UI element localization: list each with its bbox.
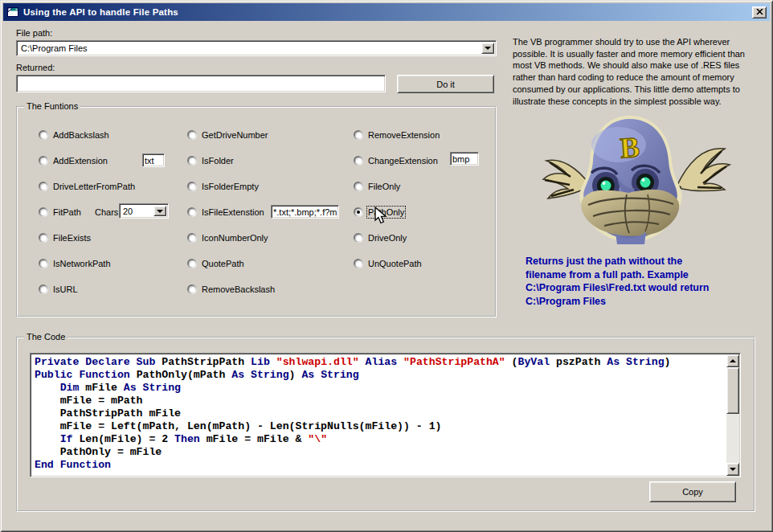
vb-form-icon [6,6,19,18]
radio-pathonly[interactable] [354,207,363,217]
function-option-iconnumberonly[interactable]: IconNumberOnly [187,225,344,251]
function-option-quotepath[interactable]: QuotePath [187,251,344,276]
radio-fileexists[interactable] [39,233,48,243]
function-option-addbackslash[interactable]: AddBackslash [39,122,195,148]
radio-getdrivenumber[interactable] [187,130,197,140]
radio-label: AddBackslash [53,130,109,140]
scrollbar-thumb[interactable] [726,367,739,414]
function-option-fileexists[interactable]: FileExists [39,225,195,251]
function-option-isfileextenstion[interactable]: IsFileExtenstion [187,199,344,225]
radio-isnetworkpath[interactable] [39,259,48,268]
scroll-down-button[interactable] [726,463,739,476]
returned-label: Returned: [16,63,55,72]
function-option-addextension[interactable]: AddExtension [39,148,195,174]
radio-unquotepath[interactable] [354,259,363,268]
radio-driveonly[interactable] [354,233,363,243]
radio-isfileextenstion[interactable] [187,207,197,217]
radio-label: FitPath [53,207,81,217]
file-path-dropdown-button[interactable] [481,43,494,54]
function-option-driveletterfrompath[interactable]: DriveLetterFromPath [39,174,195,199]
close-button[interactable] [752,6,767,18]
code-groupbox: The Code Private Declare Sub PathStripPa… [16,337,755,512]
radio-changeextension[interactable] [354,156,363,166]
radio-label: IsNetworkPath [53,259,111,268]
radio-fileonly[interactable] [354,182,363,191]
radio-isurl[interactable] [39,284,48,294]
functions-column-1: AddBackslashAddExtensionDriveLetterFromP… [39,122,195,302]
radio-label: ChangeExtension [368,156,438,166]
function-option-isurl[interactable]: IsURL [39,276,195,302]
scroll-up-button[interactable] [726,354,739,367]
radio-label: QuotePath [202,259,244,268]
window-title: Using the API to handle File Paths [23,7,752,17]
radio-removebackslash[interactable] [187,284,197,294]
chevron-down-icon [485,47,491,53]
mouse-cursor-icon [374,207,390,224]
radio-iconnumberonly[interactable] [187,233,197,243]
badge-letter: B [620,131,641,165]
radio-label: IconNumberOnly [202,233,268,243]
app-window: Using the API to handle File Paths File … [0,0,773,532]
scroll-down-icon [730,468,736,474]
radio-fitpath[interactable] [39,207,48,217]
code-line: PathStripPath mFile [35,407,722,420]
function-option-getdrivenumber[interactable]: GetDriveNumber [187,122,344,148]
radio-label: IsURL [53,284,78,294]
functions-column-3: RemoveExtensionChangeExtensionFileOnlyPa… [354,122,510,276]
radio-label: RemoveBackslash [202,284,275,294]
code-group-title: The Code [24,332,67,342]
do-it-button[interactable]: Do it [397,75,494,93]
functions-group-title: The Funtions [24,101,80,111]
radio-quotepath[interactable] [187,259,197,268]
radio-label: DriveLetterFromPath [53,182,135,191]
file-path-combobox[interactable]: C:\Program Files [16,40,497,56]
chars-dropdown-button[interactable] [153,206,166,216]
addextension-input[interactable] [142,153,165,167]
radio-label: GetDriveNumber [202,130,268,140]
code-line: If Len(mFile) = 2 Then mFile = mFile & "… [35,433,722,446]
radio-isfolderempty[interactable] [187,182,197,191]
code-line: mFile = mPath [35,395,722,407]
radio-addextension[interactable] [39,156,48,166]
returned-input[interactable] [16,75,386,92]
chars-value: 20 [123,207,133,216]
radio-addbackslash[interactable] [39,130,48,140]
function-option-driveonly[interactable]: DriveOnly [354,225,510,251]
code-content: Private Declare Sub PathStripPath Lib "s… [35,356,722,472]
function-option-isfolderempty[interactable]: IsFolderEmpty [187,174,344,199]
code-textarea[interactable]: Private Declare Sub PathStripPath Lib "s… [30,353,741,477]
about-description: The VB programmer should try to use the … [513,36,768,107]
functions-groupbox: The Funtions AddBackslashAddExtensionDri… [16,106,497,317]
radio-label: FileOnly [368,182,400,191]
radio-label: FileExists [53,233,91,243]
title-bar[interactable]: Using the API to handle File Paths [3,3,770,21]
function-option-isfolder[interactable]: IsFolder [187,148,344,174]
copy-button[interactable]: Copy [649,481,736,502]
radio-removeextension[interactable] [354,130,363,140]
code-scrollbar[interactable] [726,354,739,476]
radio-isfolder[interactable] [187,156,197,166]
radio-label: DriveOnly [368,233,407,243]
radio-label: UnQuotePath [368,259,422,268]
changeextension-input[interactable] [450,152,479,166]
close-icon [756,9,763,15]
function-option-fileonly[interactable]: FileOnly [354,174,510,199]
radio-driveletterfrompath[interactable] [39,182,48,191]
file-path-label: File path: [16,28,52,38]
isfileextenstion-input[interactable] [271,205,339,219]
code-line: End Function [35,459,722,472]
file-path-value: C:\Program Files [21,43,88,53]
chars-combobox[interactable]: 20 [119,203,169,219]
function-option-isnetworkpath[interactable]: IsNetworkPath [39,251,195,276]
radio-label: IsFileExtenstion [202,207,264,217]
creature-illustration: B [532,111,734,246]
radio-label: AddExtension [53,156,108,166]
function-option-removeextension[interactable]: RemoveExtension [354,122,510,148]
function-option-unquotepath[interactable]: UnQuotePath [354,251,510,276]
function-option-fitpath[interactable]: FitPathChars.20 [39,199,195,225]
function-option-changeextension[interactable]: ChangeExtension [354,148,510,174]
code-line: Dim mFile As String [35,382,722,395]
code-line: mFile = Left(mPath, Len(mPath) - Len(Str… [35,420,722,433]
function-option-removebackslash[interactable]: RemoveBackslash [187,276,344,302]
function-result-note: Returns just the path without thefilenam… [526,255,767,308]
